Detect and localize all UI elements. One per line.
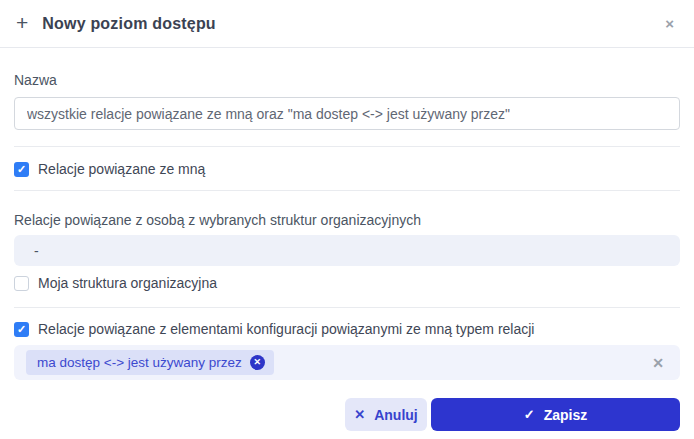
plus-icon: +	[16, 12, 28, 33]
cancel-button-label: Anuluj	[374, 407, 418, 423]
dialog-body: Nazwa ✓ Relacje powiązane ze mną Relacje…	[0, 72, 694, 380]
save-button[interactable]: ✓ Zapisz	[431, 398, 680, 431]
save-check-icon: ✓	[524, 408, 535, 421]
check-icon: ✓	[17, 164, 26, 175]
checkbox-relations-me[interactable]: ✓ Relacje powiązane ze mną	[14, 161, 680, 177]
relation-type-field[interactable]: ma dostęp <-> jest używany przez ✕ ✕	[14, 345, 680, 380]
save-button-label: Zapisz	[544, 407, 588, 423]
name-input[interactable]	[14, 97, 680, 130]
name-field-label: Nazwa	[14, 72, 680, 88]
chip-label: ma dostęp <-> jest używany przez	[37, 355, 242, 370]
cancel-x-icon: ✕	[354, 408, 365, 421]
checkbox-label: Moja struktura organizacyjna	[38, 275, 217, 291]
checkbox-label: Relacje powiązane z elementami konfigura…	[38, 321, 534, 337]
org-structures-value: -	[34, 243, 39, 259]
checkbox-my-structure[interactable]: Moja struktura organizacyjna	[14, 275, 680, 291]
divider	[14, 146, 680, 147]
dialog-header: + Nowy poziom dostępu ×	[0, 0, 694, 48]
check-icon: ✓	[17, 324, 26, 335]
checkbox-config-items[interactable]: ✓ Relacje powiązane z elementami konfigu…	[14, 321, 680, 337]
checkbox-checked-icon[interactable]: ✓	[14, 322, 29, 337]
checkbox-label: Relacje powiązane ze mną	[38, 161, 205, 177]
relation-type-chip: ma dostęp <-> jest używany przez ✕	[26, 350, 274, 375]
dialog-title: Nowy poziom dostępu	[42, 15, 216, 33]
divider	[14, 190, 680, 191]
field-clear-icon[interactable]: ✕	[652, 356, 668, 370]
org-structures-label: Relacje powiązane z osobą z wybranych st…	[14, 212, 680, 228]
cancel-button[interactable]: ✕ Anuluj	[345, 398, 427, 431]
close-icon[interactable]: ×	[661, 12, 678, 35]
new-access-level-dialog: + Nowy poziom dostępu × Nazwa ✓ Relacje …	[0, 0, 694, 439]
chip-remove-icon[interactable]: ✕	[250, 355, 265, 370]
checkbox-checked-icon[interactable]: ✓	[14, 162, 29, 177]
dialog-footer: ✕ Anuluj ✓ Zapisz	[0, 398, 680, 431]
org-structures-field[interactable]: -	[14, 235, 680, 266]
divider	[14, 307, 680, 308]
checkbox-unchecked-icon[interactable]	[14, 276, 29, 291]
